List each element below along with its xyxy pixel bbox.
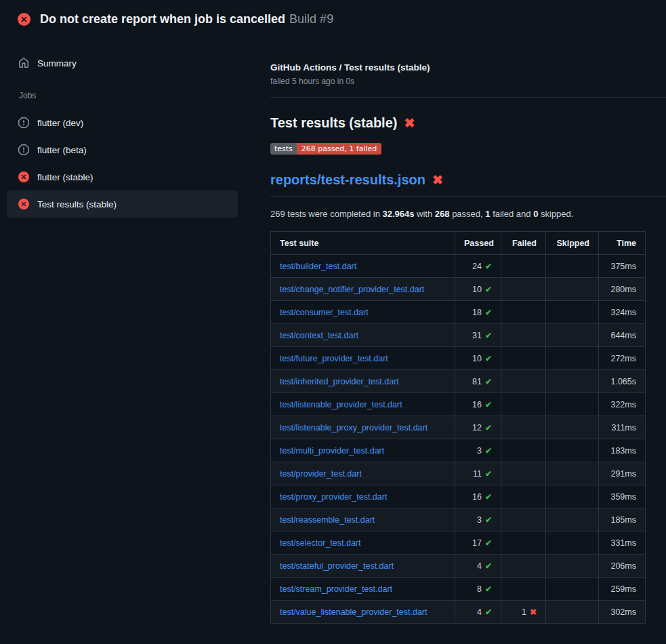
test-suite-link[interactable]: test/consumer_test.dart [280,308,369,317]
test-suite-link[interactable]: test/multi_provider_test.dart [280,446,384,456]
breadcrumb[interactable]: GitHub Actions / Test results (stable) [270,62,666,73]
failed-cell [501,508,546,531]
table-row: test/proxy_provider_test.dart16✔359ms [271,485,646,508]
failed-x-icon: ✖ [432,174,443,186]
check-icon: ✔ [485,331,492,340]
test-results-table: Test suite Passed Failed Skipped Time te… [270,231,646,624]
test-suite-cell: test/context_test.dart [271,324,455,347]
failed-cell: 1✖ [501,601,546,624]
passed-cell: 3✔ [455,439,501,462]
skipped-cell [546,462,599,485]
passed-cell: 16✔ [455,393,501,416]
time-cell: 331ms [599,531,646,555]
test-suite-link[interactable]: test/proxy_provider_test.dart [280,492,387,502]
table-row: test/value_listenable_provider_test.dart… [271,601,646,624]
run-meta: failed 5 hours ago in 0s [270,77,666,86]
badge-value: 268 passed, 1 failed [297,143,381,155]
test-suite-link[interactable]: test/change_notifier_provider_test.dart [280,285,424,294]
failed-cell [501,416,546,439]
test-suite-link[interactable]: test/stream_provider_test.dart [280,584,392,594]
stop-icon [18,144,29,155]
stop-icon [18,117,29,128]
time-cell: 185ms [599,508,646,531]
x-circle-icon [18,199,29,209]
sidebar: Summary Jobs flutter (dev) flutter (beta… [0,38,254,218]
test-suite-link[interactable]: test/listenable_provider_test.dart [280,400,402,409]
sidebar-item-test-results-stable[interactable]: Test results (stable) [7,190,238,218]
summary-text: skipped. [538,209,573,219]
badge-label: tests [270,143,297,155]
test-suite-link[interactable]: test/builder_test.dart [280,262,356,271]
skipped-cell [546,485,599,508]
test-suite-link[interactable]: test/context_test.dart [280,331,358,340]
skipped-cell [546,578,599,601]
failed-cell [501,531,546,555]
column-header-passed: Passed [455,232,501,255]
passed-cell: 10✔ [455,278,501,301]
table-row: test/builder_test.dart24✔375ms [271,255,646,278]
test-suite-link[interactable]: test/reassemble_test.dart [280,515,375,525]
test-suite-link[interactable]: test/provider_test.dart [280,469,362,479]
table-row: test/listenable_provider_test.dart16✔322… [271,393,646,416]
skipped-cell [546,278,599,301]
results-heading: Test results (stable)✖ [270,115,666,131]
check-icon: ✔ [485,423,492,432]
sidebar-item-label: flutter (dev) [37,118,83,128]
table-row: test/change_notifier_provider_test.dart1… [271,278,646,301]
table-row: test/listenable_proxy_provider_test.dart… [271,416,646,439]
time-cell: 259ms [599,578,646,601]
time-cell: 206ms [599,555,646,578]
test-suite-link[interactable]: test/future_provider_test.dart [280,354,388,363]
time-cell: 324ms [599,301,646,324]
failed-count: 1 [522,607,526,617]
skipped-cell [546,324,599,347]
time-cell: 183ms [599,439,646,462]
test-suite-link[interactable]: test/selector_test.dart [280,538,361,548]
run-header: Do not create report when job is cancell… [0,0,666,38]
sidebar-item-summary[interactable]: Summary [7,49,238,77]
check-icon: ✔ [485,377,492,386]
test-suite-link[interactable]: test/value_listenable_provider_test.dart [280,607,428,617]
passed-count: 4 [477,607,482,617]
report-file-link[interactable]: reports/test-results.json [270,172,425,188]
summary-passed-count: 268 [435,209,450,219]
passed-cell: 24✔ [455,255,501,278]
report-heading: reports/test-results.json✖ [270,172,666,197]
test-suite-link[interactable]: test/inherited_provider_test.dart [280,377,399,386]
sidebar-item-label: flutter (stable) [37,172,93,182]
skipped-cell [546,301,599,324]
skipped-cell [546,416,599,439]
column-header-test-suite: Test suite [271,232,455,255]
summary-text: 269 tests were completed in [270,209,382,219]
check-icon: ✔ [485,308,492,317]
sidebar-item-flutter-stable[interactable]: flutter (stable) [7,163,238,190]
passed-cell: 16✔ [455,485,501,508]
results-heading-text: Test results (stable) [270,115,397,131]
time-cell: 272ms [599,347,646,370]
test-suite-cell: test/consumer_test.dart [271,301,455,324]
test-suite-link[interactable]: test/stateful_provider_test.dart [280,561,394,571]
sidebar-item-flutter-beta[interactable]: flutter (beta) [7,136,238,163]
passed-count: 24 [472,262,482,271]
skipped-cell [546,255,599,278]
passed-count: 10 [472,285,482,294]
test-suite-cell: test/value_listenable_provider_test.dart [271,601,455,624]
test-suite-link[interactable]: test/listenable_proxy_provider_test.dart [280,423,428,432]
test-suite-cell: test/future_provider_test.dart [271,347,455,370]
test-suite-cell: test/stream_provider_test.dart [271,578,455,601]
passed-cell: 31✔ [455,324,501,347]
home-icon [18,58,29,68]
check-icon: ✔ [485,262,492,271]
test-suite-cell: test/stateful_provider_test.dart [271,555,455,578]
failed-cell [501,370,546,393]
test-suite-cell: test/reassemble_test.dart [271,508,455,531]
failed-cell [501,347,546,370]
table-row: test/provider_test.dart11✔291ms [271,462,646,485]
check-icon: ✔ [485,538,492,548]
main-content: GitHub Actions / Test results (stable) f… [254,38,666,624]
passed-count: 4 [477,561,482,571]
skipped-cell [546,508,599,531]
sidebar-item-flutter-dev[interactable]: flutter (dev) [7,109,238,136]
check-icon: ✔ [485,492,492,502]
skipped-cell [546,439,599,462]
